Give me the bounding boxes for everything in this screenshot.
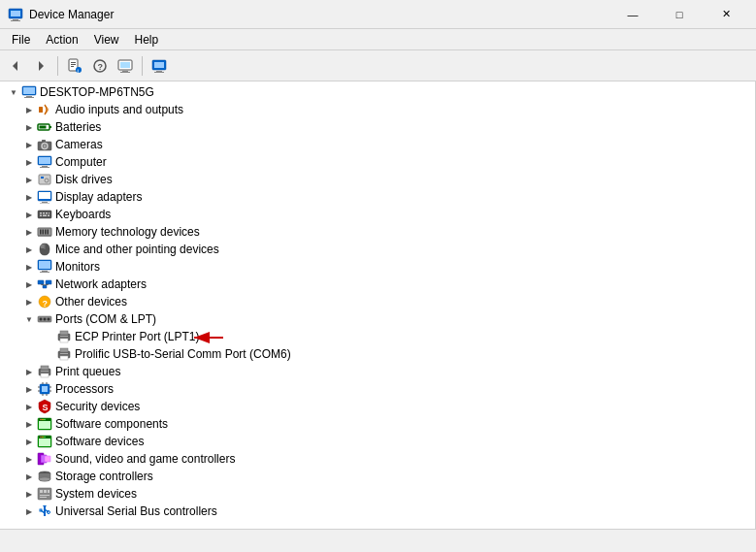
tree-root[interactable]: ▼ DESKTOP-MP6TN5G [0,83,755,101]
tree-icon-disk [37,172,52,187]
svg-rect-26 [39,107,43,113]
tree-expander-computer[interactable]: ▶ [21,154,37,170]
disable-button[interactable] [114,54,137,78]
tree-expander-network[interactable]: ▶ [21,276,37,292]
tree-item-batteries[interactable]: ▶Batteries [0,118,755,136]
tree-expander-system[interactable]: ▶ [21,486,37,502]
tree-expander-printqueue[interactable]: ▶ [21,364,37,379]
svg-rect-81 [60,348,68,352]
tree-item-computer[interactable]: ▶Computer [0,153,755,171]
svg-rect-58 [38,236,51,237]
svg-point-102 [40,419,42,421]
tree-expander-ports[interactable]: ▼ [21,311,37,327]
tree-icon-network [37,276,52,292]
tree-icon-processors [37,381,52,397]
tree-expander-keyboards[interactable]: ▶ [21,207,37,222]
svg-rect-89 [42,386,48,392]
tree-item-storage[interactable]: ▶Storage controllers [0,468,755,485]
svg-rect-67 [43,285,47,288]
menu-item-view[interactable]: View [86,31,127,49]
svg-point-75 [48,318,50,321]
menu-item-action[interactable]: Action [38,31,85,49]
tree-item-processors[interactable]: ▶Processors [0,380,755,398]
tree-item-mice[interactable]: ▶Mice and other pointing devices [0,241,755,258]
show-hidden-button[interactable] [148,54,171,78]
tree-item-printqueue[interactable]: ▶Print queues [0,363,755,380]
svg-text:?: ? [98,62,104,72]
tree-expander-security[interactable]: ▶ [21,399,37,414]
tree-label-ports: Ports (COM & LPT) [55,312,156,326]
tree-label-keyboards: Keyboards [55,208,111,221]
tree-item-ecp[interactable]: ECP Printer Port (LPT1) [0,328,755,345]
tree-item-cameras[interactable]: ▶Cameras [0,136,755,153]
svg-marker-4 [13,61,17,71]
tree-expander-sound[interactable]: ▶ [21,451,37,467]
minimize-button[interactable]: — [610,0,655,29]
tree-item-system[interactable]: ▶System devices [0,485,755,503]
tree-item-usb[interactable]: ▶Universal Serial Bus controllers [0,503,755,520]
tree-item-softwaredev[interactable]: ▶Software devices [0,433,755,450]
forward-button[interactable] [29,54,52,78]
tree-label-batteries: Batteries [55,120,101,134]
tree-label-sound: Sound, video and game controllers [55,452,235,466]
tree-item-prolific[interactable]: Prolific USB-to-Serial Comm Port (COM6) [0,345,755,363]
tree-expander-monitors[interactable]: ▶ [21,259,37,275]
svg-rect-86 [41,373,49,377]
menu-item-file[interactable]: File [4,31,38,49]
tree-expander-softwaredev[interactable]: ▶ [21,434,37,449]
device-tree[interactable]: ▼ DESKTOP-MP6TN5G ▶Audio inputs and outp… [0,81,756,529]
tree-label-computer: Computer [55,155,107,169]
svg-rect-42 [39,192,50,199]
tree-expander-disk[interactable]: ▶ [21,172,37,187]
svg-rect-120 [40,495,49,496]
update-driver-button[interactable]: ? [88,54,112,78]
svg-rect-56 [45,230,47,235]
tree-label-security: Security devices [55,400,140,413]
svg-rect-79 [60,336,68,337]
svg-rect-21 [154,72,164,73]
tree-expander-batteries[interactable]: ▶ [21,119,37,135]
svg-rect-1 [11,11,20,16]
tree-expander-mice[interactable]: ▶ [21,242,37,257]
svg-rect-43 [42,202,48,203]
tree-item-monitors[interactable]: ▶Monitors [0,258,755,276]
root-expander[interactable]: ▼ [6,84,21,100]
tree-icon-monitors [37,259,52,275]
tree-expander-memory[interactable]: ▶ [21,224,37,240]
tree-item-keyboards[interactable]: ▶Keyboards [0,206,755,223]
svg-point-74 [44,318,47,321]
maximize-button[interactable]: □ [657,0,702,29]
tree-expander-other[interactable]: ▶ [21,294,37,309]
svg-rect-55 [43,230,45,235]
tree-item-audio[interactable]: ▶Audio inputs and outputs [0,101,755,118]
tree-item-softwarecomp[interactable]: ▶Software components [0,415,755,433]
tree-expander-display[interactable]: ▶ [21,189,37,205]
tree-icon-storage [37,469,52,484]
menu-item-help[interactable]: Help [127,31,167,49]
svg-rect-65 [38,280,44,284]
back-button[interactable] [4,54,27,78]
tree-icon-sound [37,451,52,467]
tree-expander-storage[interactable]: ▶ [21,469,37,484]
svg-rect-66 [46,280,51,284]
close-button[interactable]: ✕ [704,0,748,29]
tree-item-security[interactable]: ▶SSecurity devices [0,398,755,415]
tree-item-disk[interactable]: ▶Disk drives [0,171,755,188]
properties-button[interactable]: i [63,54,86,78]
tree-expander-ecp[interactable] [41,329,56,344]
tree-item-ports[interactable]: ▼Ports (COM & LPT) [0,310,755,328]
tree-expander-prolific[interactable] [41,346,56,362]
tree-label-storage: Storage controllers [55,470,153,483]
tree-item-display[interactable]: ▶Display adapters [0,188,755,206]
tree-expander-audio[interactable]: ▶ [21,102,37,117]
tree-item-other[interactable]: ▶?Other devices [0,293,755,310]
tree-item-memory[interactable]: ▶Memory technology devices [0,223,755,241]
tree-expander-usb[interactable]: ▶ [21,503,37,519]
tree-item-sound[interactable]: ▶Sound, video and game controllers [0,450,755,468]
tree-item-network[interactable]: ▶Network adapters [0,276,755,293]
svg-rect-87 [41,371,49,372]
tree-expander-processors[interactable]: ▶ [21,381,37,397]
title-bar: Device Manager — □ ✕ [0,0,756,29]
tree-expander-softwarecomp[interactable]: ▶ [21,416,37,432]
tree-expander-cameras[interactable]: ▶ [21,137,37,152]
